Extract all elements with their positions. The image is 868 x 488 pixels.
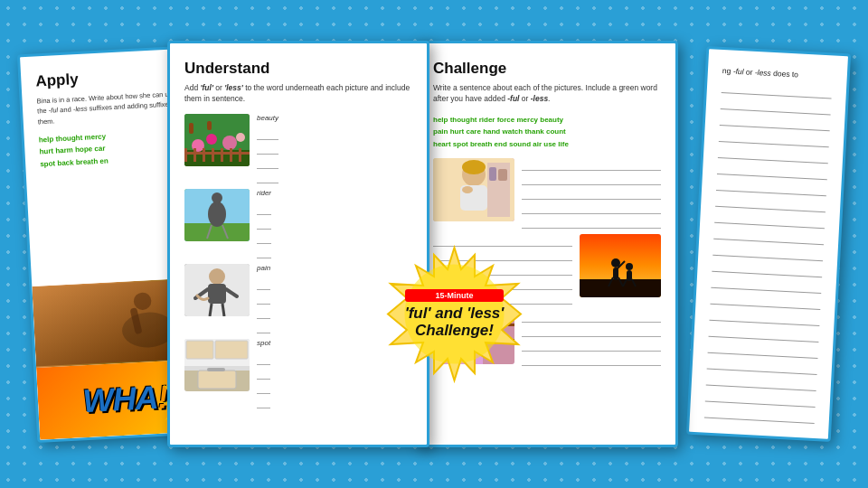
word-care: car [94, 145, 105, 154]
writing-line [522, 314, 661, 323]
svg-rect-13 [184, 148, 187, 162]
cw-sound: sound [509, 140, 533, 148]
word-back: back [57, 158, 74, 167]
svg-point-8 [206, 134, 217, 145]
understand-item-rider: rider [184, 189, 412, 258]
cw-count: count [546, 127, 566, 136]
woman-thinking-svg [433, 158, 514, 221]
cw-watch: watch [502, 127, 524, 136]
challenge-lines-3 [522, 310, 661, 366]
right-line [716, 182, 826, 196]
sunset-svg [580, 234, 661, 297]
svg-line-33 [210, 304, 212, 316]
svg-rect-19 [239, 148, 241, 162]
svg-rect-48 [489, 167, 496, 181]
writing-line [257, 160, 278, 169]
writing-line [257, 174, 278, 183]
right-line [718, 149, 828, 164]
word-spot: spot [40, 159, 55, 168]
writing-line [257, 399, 270, 408]
cw-use: use [543, 140, 558, 148]
cw-pain: pain [433, 127, 450, 136]
word-thought: thought [55, 134, 82, 144]
kitchen-svg [184, 339, 250, 391]
understand-item-pain: pain [184, 264, 412, 333]
svg-rect-11 [189, 123, 193, 134]
right-line [719, 133, 829, 147]
right-line [706, 376, 816, 390]
pain-caption: pain [257, 264, 270, 272]
word-hope: hope [75, 145, 93, 155]
sunset-image [580, 234, 661, 297]
cw-hurt: hurt [450, 127, 467, 136]
writing-line [257, 296, 270, 305]
writing-line [522, 357, 661, 366]
writing-line [522, 176, 661, 185]
writing-line [257, 310, 270, 319]
writing-line [257, 131, 278, 140]
challenge-title: Challenge [433, 60, 661, 78]
beauty-caption: beauty [257, 114, 278, 122]
cw-spot: spot [453, 140, 470, 148]
right-line [715, 198, 826, 212]
cw-rider: rider [479, 116, 497, 124]
cw-mercy: mercy [516, 116, 540, 124]
svg-point-57 [626, 263, 633, 270]
svg-point-10 [236, 133, 245, 142]
cw-heart: heart [433, 140, 453, 148]
cw-force: force [497, 116, 517, 124]
writing-line [522, 220, 661, 229]
whap-text: WHA [81, 379, 158, 420]
spot-caption: spot [257, 339, 270, 347]
right-line [703, 425, 814, 439]
cw-hand: hand [483, 127, 502, 136]
writing-line [522, 205, 661, 214]
svg-point-44 [462, 160, 486, 174]
svg-rect-37 [215, 341, 248, 359]
svg-point-9 [222, 136, 237, 150]
beauty-image [184, 114, 250, 166]
right-line [712, 263, 822, 277]
right-line [712, 247, 823, 261]
right-line [713, 230, 824, 245]
right-line [709, 328, 819, 343]
right-line [722, 84, 832, 99]
right-line [710, 296, 820, 310]
right-line [717, 165, 827, 180]
svg-rect-40 [198, 371, 236, 389]
apply-body-text: Bina is in a race. Write about how she c… [36, 89, 184, 127]
rider-image [184, 189, 250, 241]
badge-line2: Challenge! [405, 323, 505, 340]
svg-rect-36 [186, 341, 213, 359]
right-card-lines [702, 84, 832, 442]
right-card-text: ng -ful or -less does to [722, 66, 833, 82]
svg-rect-16 [212, 148, 214, 162]
svg-line-34 [222, 304, 224, 316]
cw-thought: thought [450, 116, 479, 124]
understand-item-beauty: beauty [184, 114, 412, 183]
badge-line1: 'ful' and 'less' [405, 305, 505, 323]
understand-subtitle: Add 'ful' or 'less' to the word undernea… [184, 83, 412, 105]
writing-line [257, 371, 270, 380]
svg-rect-15 [203, 148, 205, 162]
writing-line [257, 221, 271, 230]
writing-line [257, 206, 271, 215]
svg-rect-17 [221, 148, 223, 162]
writing-line [522, 162, 661, 171]
challenge-lines-1 [522, 158, 661, 229]
elderly-svg [184, 264, 250, 316]
spot-image [184, 339, 250, 391]
beauty-lines [257, 127, 278, 183]
cards-container: Apply Bina is in a race. Write about how… [0, 0, 868, 488]
word-hurt: hurt [39, 147, 53, 156]
right-line [707, 361, 817, 375]
word-breath: breath [76, 157, 99, 166]
badge-inner: 15-Minute 'ful' and 'less' Challenge! [396, 280, 514, 348]
word-en: en [99, 156, 108, 164]
writing-line [257, 281, 270, 290]
writing-line [257, 249, 271, 258]
ostrich-svg [184, 189, 250, 241]
svg-rect-12 [207, 121, 212, 130]
right-line [714, 214, 825, 229]
svg-point-46 [462, 186, 473, 193]
